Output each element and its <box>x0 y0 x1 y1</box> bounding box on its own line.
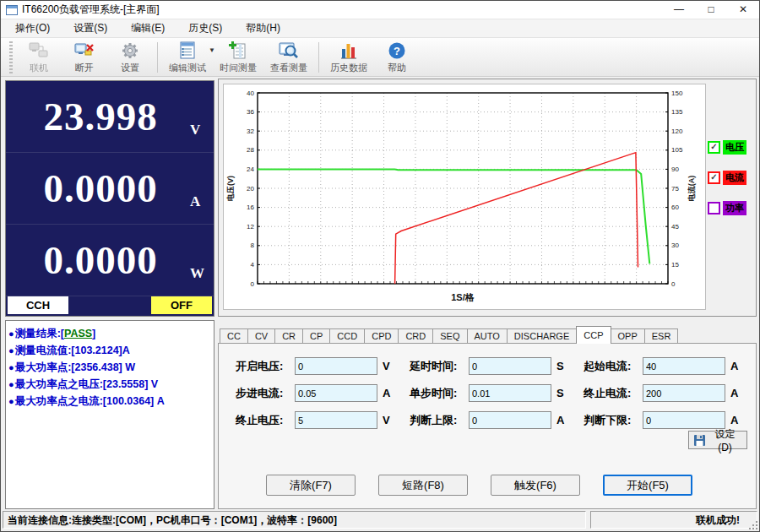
disconnect-button[interactable]: 断开 <box>62 39 107 76</box>
toolbar-group-2: 历史数据?帮助 <box>323 39 420 76</box>
judge-upper-field: 判断上限:A <box>410 411 570 429</box>
tab-cv[interactable]: CV <box>247 328 275 344</box>
time-measure-icon <box>228 41 248 61</box>
legend-item-0: ✓电压 <box>708 140 753 155</box>
menu-item-3[interactable]: 历史(S) <box>181 19 230 38</box>
tab-seq[interactable]: SEQ <box>432 328 467 344</box>
resize-grip-icon[interactable] <box>748 520 758 530</box>
result-text: 测量结果:[ <box>15 328 64 339</box>
legend-label: 电压 <box>723 140 746 155</box>
start-button[interactable]: 开始(F5) <box>603 475 692 496</box>
svg-text:4: 4 <box>251 261 255 269</box>
start-current-field-unit: A <box>730 360 744 372</box>
menu-item-2[interactable]: 编辑(E) <box>123 19 172 38</box>
legend-checkbox[interactable]: ✓ <box>708 141 720 154</box>
trigger-button[interactable]: 触发(F6) <box>491 475 580 496</box>
app-icon <box>6 5 18 15</box>
svg-text:90: 90 <box>671 166 679 173</box>
mode-tab-control: CCCVCRCPCCDCPDCRDSEQAUTODISCHARGECCPOPPE… <box>218 327 757 509</box>
maximize-button[interactable]: □ <box>695 1 727 19</box>
tab-opp[interactable]: OPP <box>611 328 645 344</box>
svg-text:36: 36 <box>247 108 254 116</box>
parameter-form: 开启电压:V步进电流:A终止电压:V延时时间:S单步时间:S判断上限:A起始电流… <box>236 357 744 429</box>
judge-lower-field-label: 判断下限: <box>584 413 638 428</box>
toolbar-group-1: ▼编辑测试时间测量查看测量 <box>162 39 314 76</box>
tab-crd[interactable]: CRD <box>398 328 433 344</box>
svg-text:?: ? <box>394 44 400 57</box>
judge-upper-field-input[interactable] <box>469 411 551 429</box>
current-readout: 0.0000 A <box>6 153 214 225</box>
display-footer: CCH OFF <box>8 296 212 314</box>
svg-text:1S/格: 1S/格 <box>451 292 475 302</box>
tab-discharge[interactable]: DISCHARGE <box>507 328 577 344</box>
help-button[interactable]: ?帮助 <box>374 39 420 76</box>
stop-voltage-field-unit: V <box>383 414 396 426</box>
open-voltage-field-input[interactable] <box>295 357 377 375</box>
chart-panel: 0041583012451660207524902810532120361354… <box>218 79 757 317</box>
set-button-label: 设定(D) <box>708 427 741 453</box>
open-voltage-field-unit: V <box>383 360 396 372</box>
step-current-field-input[interactable] <box>295 384 377 402</box>
legend-checkbox[interactable] <box>708 202 720 214</box>
menu-item-1[interactable]: 设置(S) <box>66 19 115 38</box>
short-circuit-button[interactable]: 短路(F8) <box>378 475 468 496</box>
delay-time-field-input[interactable] <box>469 357 551 375</box>
svg-text:0: 0 <box>671 280 676 288</box>
edit-test-button[interactable]: ▼编辑测试 <box>162 39 213 76</box>
settings-button[interactable]: 设置 <box>107 39 153 76</box>
end-current-field-label: 终止电流: <box>584 386 638 401</box>
tab-cc[interactable]: CC <box>220 328 248 344</box>
close-button[interactable]: ✕ <box>727 1 759 19</box>
window-controls: —□✕ <box>663 1 759 19</box>
judge-upper-field-unit: A <box>556 414 570 426</box>
svg-text:120: 120 <box>671 128 683 135</box>
svg-text:15: 15 <box>671 261 679 269</box>
end-current-field-input[interactable] <box>643 384 725 402</box>
set-button[interactable]: 设定(D) <box>688 431 747 449</box>
connect-button-label: 联机 <box>30 62 48 74</box>
history-data-button[interactable]: 历史数据 <box>323 39 374 76</box>
legend-label: 功率 <box>723 201 746 215</box>
minimize-button[interactable]: — <box>663 1 695 19</box>
stop-voltage-field: 终止电压:V <box>236 411 396 429</box>
svg-text:45: 45 <box>671 223 679 231</box>
tab-cr[interactable]: CR <box>274 328 303 344</box>
history-data-button-label: 历史数据 <box>330 62 367 74</box>
bullet-icon: ● <box>8 396 14 406</box>
stop-voltage-field-input[interactable] <box>295 411 377 429</box>
delay-time-field-label: 延时时间: <box>410 359 464 374</box>
result-item-1: ●测量电流值:[103.2124]A <box>8 342 211 359</box>
tab-cpd[interactable]: CPD <box>364 328 399 344</box>
menu-item-4[interactable]: 帮助(H) <box>238 19 288 38</box>
end-current-field-unit: A <box>730 387 744 399</box>
svg-text:28: 28 <box>247 146 254 154</box>
tab-strip: CCCVCRCPCCDCPDCRDSEQAUTODISCHARGECCPOPPE… <box>218 327 757 344</box>
tab-ccp[interactable]: CCP <box>576 326 611 344</box>
legend-item-2: 功率 <box>708 201 753 215</box>
menu-item-0[interactable]: 操作(O) <box>8 19 57 38</box>
output-state-badge: OFF <box>151 296 212 314</box>
tab-ccd[interactable]: CCD <box>329 328 365 344</box>
toolbar-group-0: 联机断开设置 <box>16 39 153 76</box>
toolbar-drag-handle <box>9 41 13 73</box>
result-pass-value: PASS <box>64 328 92 339</box>
clear-button[interactable]: 清除(F7) <box>266 475 356 496</box>
svg-text:60: 60 <box>671 204 679 211</box>
legend-checkbox[interactable]: ✓ <box>708 171 720 184</box>
step-time-field: 单步时间:S <box>410 384 570 402</box>
start-current-field-input[interactable] <box>643 357 725 375</box>
result-text: 最大功率点之电压:[23.5558] V <box>15 378 158 390</box>
svg-text:电压(V): 电压(V) <box>226 176 235 201</box>
view-measure-button[interactable]: 查看测量 <box>263 39 314 76</box>
svg-text:135: 135 <box>671 108 683 116</box>
bullet-icon: ● <box>8 345 14 356</box>
step-current-field-unit: A <box>383 387 396 399</box>
tab-esr[interactable]: ESR <box>644 328 679 344</box>
time-measure-button[interactable]: 时间测量 <box>213 39 263 76</box>
current-unit: A <box>190 193 209 210</box>
step-time-field-input[interactable] <box>469 384 551 402</box>
tab-cp[interactable]: CP <box>302 328 330 344</box>
power-value: 0.0000 <box>11 237 190 283</box>
svg-text:75: 75 <box>671 185 679 193</box>
tab-auto[interactable]: AUTO <box>467 328 508 344</box>
